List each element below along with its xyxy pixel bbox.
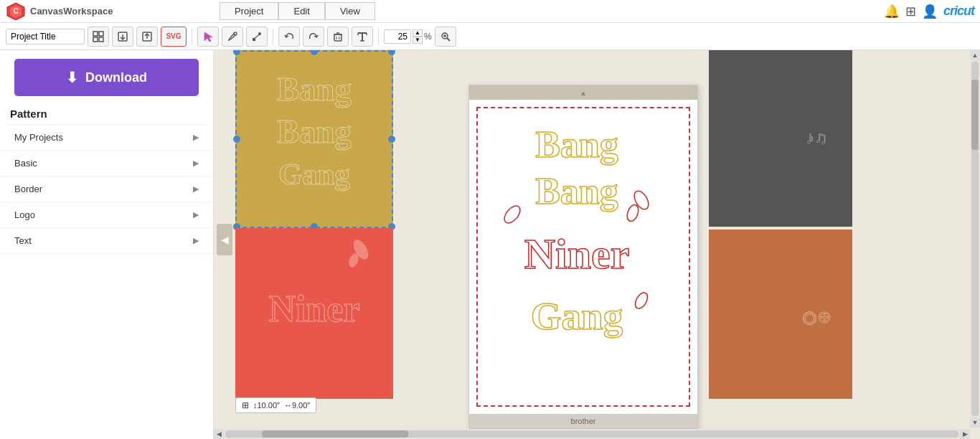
zoom-spinners: ▲ ▼ [413, 29, 423, 44]
svg-text:Niner: Niner [524, 230, 630, 278]
tile-white-label-text: brother [571, 417, 596, 425]
pattern-title: Pattern [0, 102, 213, 124]
svg-rect-4 [99, 32, 103, 36]
brown-tile-art-svg: ◉⊕ [709, 230, 852, 399]
app-logo-icon: C [6, 1, 26, 22]
export-btn[interactable] [112, 27, 133, 47]
sidebar-arrow-logo: ▶ [193, 210, 199, 220]
svg-line-26 [447, 38, 450, 41]
scroll-up-btn[interactable]: ▲ [970, 50, 980, 60]
nav-left-icon: ◀ [221, 234, 229, 245]
scroll-thumb-v[interactable] [971, 80, 979, 151]
svg-text:Bang: Bang [277, 113, 352, 150]
canvas-area[interactable]: ◀ Bang Bang Gang [214, 50, 980, 439]
dimension-badge: ⊞ ↕10.00″ ↔9.00″ [235, 397, 316, 413]
logo-area: C CanvasWorkspace [6, 1, 220, 22]
tile-gold[interactable]: Bang Bang Gang [235, 50, 393, 228]
scrollbar-vertical[interactable]: ▲ ▼ [970, 50, 980, 428]
handle-mid-left[interactable] [233, 136, 240, 143]
toolbar-sep-3 [378, 28, 379, 45]
svg-text:Bang: Bang [535, 171, 618, 212]
svg-text:C: C [13, 7, 18, 15]
tile-red[interactable]: Niner [235, 228, 393, 399]
tile-white-content: Bang Bang Niner Gang [469, 100, 697, 414]
svg-text:Gang: Gang [531, 294, 623, 338]
main-layout: ⬇ Download Pattern My Projects ▶ Basic ▶… [0, 50, 980, 439]
select-tool[interactable] [197, 27, 219, 47]
scroll-thumb-h[interactable] [262, 430, 408, 438]
svg-btn[interactable]: SVG [161, 27, 187, 47]
delete-btn[interactable] [327, 27, 349, 47]
svg-point-37 [631, 189, 651, 212]
svg-text:Niner: Niner [268, 288, 359, 329]
cricut-logo: cricut [943, 4, 974, 19]
zoom-unit: % [424, 32, 432, 42]
tile-brown[interactable]: ◉⊕ [709, 230, 852, 399]
svg-point-39 [501, 203, 523, 226]
zoom-to-fit-btn[interactable] [435, 27, 456, 47]
svg-point-14 [258, 32, 261, 35]
handle-top-right[interactable] [388, 50, 395, 55]
bell-icon[interactable]: 🔔 [884, 4, 900, 19]
zoom-down-btn[interactable]: ▼ [413, 37, 423, 44]
download-icon: ⬇ [66, 69, 78, 86]
ruler-top-arrow[interactable]: ▲ [580, 89, 587, 97]
handle-top-left[interactable] [233, 50, 240, 55]
tile-dark[interactable]: ♪♫ [709, 50, 852, 227]
download-button[interactable]: ⬇ Download [14, 59, 199, 96]
user-icon[interactable]: 👤 [922, 4, 938, 19]
sidebar-item-label-text: Text [14, 235, 32, 246]
dark-tile-art-svg: ♪♫ [709, 50, 852, 227]
sidebar-arrow-text: ▶ [193, 236, 199, 245]
nav-tab-edit[interactable]: Edit [278, 2, 324, 20]
grid-icon[interactable]: ⊞ [905, 4, 916, 19]
scrollbar-horizontal[interactable]: ◀ ▶ [214, 429, 970, 439]
zoom-input[interactable] [384, 29, 411, 44]
canvas-nav-left-btn[interactable]: ◀ [217, 224, 232, 255]
text-btn[interactable] [352, 27, 373, 47]
sidebar: ⬇ Download Pattern My Projects ▶ Basic ▶… [0, 50, 214, 439]
download-label: Download [85, 70, 147, 85]
sidebar-arrow-border: ▶ [193, 184, 199, 194]
sidebar-item-my-projects[interactable]: My Projects ▶ [0, 125, 213, 151]
svg-text:◉⊕: ◉⊕ [802, 308, 831, 326]
scroll-left-btn[interactable]: ◀ [214, 429, 224, 439]
node-tool[interactable] [246, 27, 268, 47]
svg-text:♪♫: ♪♫ [806, 128, 827, 147]
zoom-up-btn[interactable]: ▲ [413, 29, 423, 37]
svg-rect-13 [253, 38, 255, 41]
svg-rect-15 [334, 34, 341, 41]
scroll-track-v[interactable] [971, 62, 979, 416]
pen-tool[interactable] [222, 27, 243, 47]
top-right-area: 🔔 ⊞ 👤 cricut [884, 4, 974, 19]
handle-top-mid[interactable] [311, 50, 318, 55]
tile-white[interactable]: ▲ Bang Bang Niner Gan [468, 85, 698, 429]
svg-rect-3 [93, 32, 98, 36]
sidebar-menu: My Projects ▶ Basic ▶ Border ▶ Logo ▶ Te… [0, 125, 213, 439]
grid-view-btn[interactable] [88, 27, 109, 47]
canvas-content: ◀ Bang Bang Gang [214, 50, 970, 429]
project-title-input[interactable] [6, 29, 85, 44]
nav-tab-project[interactable]: Project [220, 2, 278, 20]
sidebar-item-label-my-projects: My Projects [14, 132, 63, 143]
nav-tab-view[interactable]: View [325, 2, 375, 20]
sidebar-item-logo[interactable]: Logo ▶ [0, 202, 213, 228]
scroll-right-btn[interactable]: ▶ [960, 429, 970, 439]
undo-btn[interactable] [278, 27, 300, 47]
scroll-down-btn[interactable]: ▼ [970, 417, 980, 428]
import-btn[interactable] [136, 27, 158, 47]
sidebar-item-label-basic: Basic [14, 158, 37, 169]
dimension-width: ↔9.00″ [284, 401, 310, 410]
sidebar-item-basic[interactable]: Basic ▶ [0, 151, 213, 176]
nav-tabs: Project Edit View [220, 2, 375, 20]
svg-marker-11 [204, 32, 212, 42]
sidebar-item-border[interactable]: Border ▶ [0, 176, 213, 202]
redo-btn[interactable] [303, 27, 324, 47]
sidebar-item-text[interactable]: Text ▶ [0, 228, 213, 254]
handle-mid-right[interactable] [388, 136, 395, 143]
scroll-track-h[interactable] [225, 430, 958, 438]
main-toolbar: SVG ▲ ▼ % [0, 23, 980, 50]
sidebar-item-label-border: Border [14, 184, 42, 194]
svg-text:Bang: Bang [535, 124, 618, 165]
svg-text:Gang: Gang [278, 157, 350, 191]
